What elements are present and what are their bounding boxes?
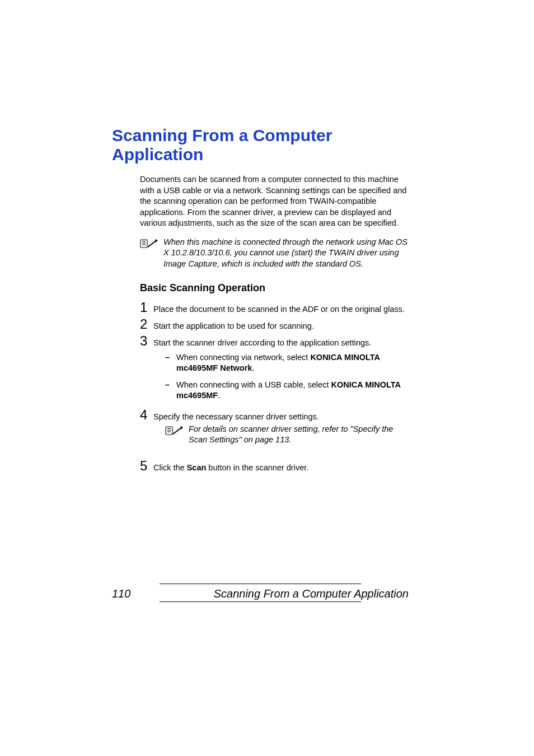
step-4: 4 Specify the necessary scanner driver s… bbox=[140, 407, 409, 423]
step-number: 4 bbox=[140, 407, 153, 423]
sub-text-post: . bbox=[218, 391, 220, 400]
step-text: Click the Scan button in the scanner dri… bbox=[153, 463, 308, 474]
footer-row: 110 Scanning From a Computer Application bbox=[112, 586, 409, 601]
step-text: Start the application to be used for sca… bbox=[153, 321, 314, 332]
footer-title: Scanning From a Computer Application bbox=[214, 587, 409, 600]
step-number: 5 bbox=[140, 458, 153, 474]
step-number: 3 bbox=[140, 333, 153, 349]
scan-button-label: Scan bbox=[187, 463, 207, 472]
page-number: 110 bbox=[112, 587, 130, 600]
sub-text: When connecting with a USB cable, select bbox=[176, 380, 331, 389]
sub-item-network: – When connecting via network, select KO… bbox=[165, 352, 409, 374]
note-icon bbox=[165, 425, 183, 438]
page: Scanning From a Computer Application Doc… bbox=[0, 0, 534, 756]
main-heading: Scanning From a Computer Application bbox=[112, 126, 409, 164]
step-number: 1 bbox=[140, 300, 153, 315]
step-1: 1 Place the document to be scanned in th… bbox=[140, 300, 409, 315]
page-footer: 110 Scanning From a Computer Application bbox=[112, 584, 409, 602]
step-3-sublist: – When connecting via network, select KO… bbox=[165, 352, 409, 402]
step-5: 5 Click the Scan button in the scanner d… bbox=[140, 458, 409, 474]
content-area: Scanning From a Computer Application Doc… bbox=[112, 126, 409, 475]
dash-bullet: – bbox=[165, 352, 176, 363]
sub-item-usb: – When connecting with a USB cable, sele… bbox=[165, 380, 409, 402]
svg-rect-0 bbox=[140, 240, 147, 248]
svg-rect-4 bbox=[166, 427, 172, 435]
sub-text: When connecting via network, select bbox=[176, 353, 310, 362]
sub-text-post: . bbox=[252, 363, 254, 372]
intro-paragraph: Documents can be scanned from a computer… bbox=[140, 174, 409, 229]
intro-text: Documents can be scanned from a computer… bbox=[140, 175, 406, 227]
step-text: Specify the necessary scanner driver set… bbox=[153, 412, 319, 423]
step-3: 3 Start the scanner driver according to … bbox=[140, 333, 409, 349]
footer-rule bbox=[160, 601, 361, 602]
step-2: 2 Start the application to be used for s… bbox=[140, 316, 409, 332]
note-block-2: For details on scanner driver setting, r… bbox=[165, 424, 409, 446]
note-icon bbox=[140, 238, 158, 251]
note-text-2: For details on scanner driver setting, r… bbox=[189, 424, 409, 446]
step-text-pre: Click the bbox=[153, 463, 187, 472]
step-text: Place the document to be scanned in the … bbox=[153, 304, 405, 315]
dash-bullet: – bbox=[165, 380, 176, 391]
note-block-1: When this machine is connected through t… bbox=[140, 237, 409, 270]
sub-heading: Basic Scanning Operation bbox=[140, 282, 409, 294]
note-text-1: When this machine is connected through t… bbox=[163, 237, 409, 270]
footer-rule bbox=[160, 584, 361, 584]
step-number: 2 bbox=[140, 316, 153, 332]
step-text: Start the scanner driver according to th… bbox=[153, 338, 371, 349]
step-text-post: button in the scanner driver. bbox=[206, 463, 308, 472]
